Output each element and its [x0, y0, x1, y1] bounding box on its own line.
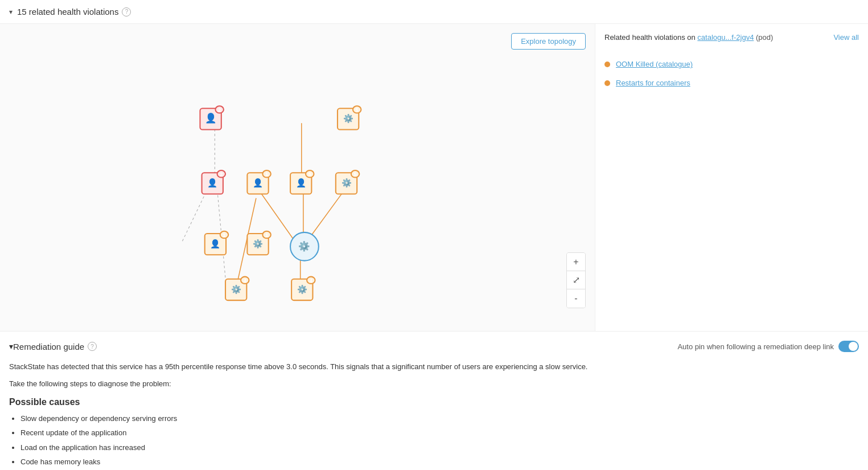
node-red-middle[interactable]: 👤 2 — [202, 170, 225, 194]
node-orange-middle-center[interactable]: 👤 5 — [290, 170, 314, 194]
svg-text:👤: 👤 — [253, 178, 264, 188]
violations-content: Explore topology — [0, 24, 868, 332]
node-orange-left-lower[interactable]: 👤 1 — [205, 231, 228, 255]
cause-item-2: Recent update of the application — [20, 427, 859, 439]
node-orange-bottom-center[interactable]: ⚙️ 4 — [291, 277, 315, 300]
cause-item-1: Slow dependency or dependency serving er… — [20, 413, 859, 424]
auto-pin-label: Auto pin when following a remediation de… — [677, 342, 834, 351]
svg-text:⚙️: ⚙️ — [298, 240, 310, 252]
topology-svg: 👤 2 ⚙️ 5 👤 2 — [0, 24, 595, 331]
page: ▾ 15 related health violations ? Explore… — [0, 0, 868, 470]
violation-link-1[interactable]: OOM Killed (catalogue) — [616, 60, 693, 68]
remediation-header-left: ▾ Remediation guide ? — [9, 342, 97, 352]
svg-text:1: 1 — [265, 232, 268, 238]
entity-link[interactable]: catalogu...f-2jgv4 — [697, 33, 754, 42]
svg-text:👤: 👤 — [205, 112, 217, 124]
remediation-title: Remediation guide — [13, 342, 84, 352]
violations-sidebar: Related health violations on catalogu...… — [595, 24, 868, 331]
cause-item-3: Load on the application has increased — [20, 442, 859, 453]
svg-text:⚙️: ⚙️ — [253, 239, 264, 249]
remediation-header: ▾ Remediation guide ? Auto pin when foll… — [9, 341, 859, 352]
svg-text:4: 4 — [244, 278, 247, 284]
svg-text:1: 1 — [265, 171, 268, 177]
violation-dot-2 — [604, 80, 610, 86]
sidebar-title-prefix: Related health violations on — [604, 33, 696, 42]
remediation-section: ▾ Remediation guide ? Auto pin when foll… — [0, 332, 868, 470]
node-orange-top-right-2[interactable]: ⚙️ 5 — [336, 170, 359, 194]
svg-text:👤: 👤 — [296, 178, 307, 188]
entity-type: (pod) — [756, 33, 773, 42]
section-title: 15 related health violations — [17, 7, 118, 17]
node-orange-middle-lower[interactable]: ⚙️ 1 — [247, 231, 270, 255]
collapse-chevron[interactable]: ▾ — [9, 8, 13, 16]
topology-area: Explore topology — [0, 24, 595, 331]
svg-text:⚙️: ⚙️ — [297, 284, 308, 295]
violation-item-2: Restarts for containers — [604, 76, 859, 89]
remediation-help-icon[interactable]: ? — [88, 342, 97, 351]
zoom-controls: + ⤢ - — [566, 252, 586, 308]
svg-text:2: 2 — [220, 171, 223, 177]
zoom-out-button[interactable]: - — [567, 289, 585, 308]
cause-item-4: Code has memory leaks — [20, 456, 859, 468]
svg-text:👤: 👤 — [207, 178, 218, 188]
causes-list: Slow dependency or dependency serving er… — [9, 413, 859, 468]
svg-text:⚙️: ⚙️ — [342, 178, 352, 188]
svg-text:1: 1 — [223, 232, 225, 238]
remediation-chevron[interactable]: ▾ — [9, 342, 13, 351]
remediation-steps-intro: Take the following steps to diagnose the… — [9, 379, 859, 388]
svg-text:5: 5 — [353, 171, 356, 177]
svg-text:4: 4 — [310, 278, 313, 284]
svg-text:5: 5 — [356, 107, 359, 113]
node-orange-top-right[interactable]: ⚙️ 5 — [338, 106, 361, 129]
zoom-fit-button[interactable]: ⤢ — [567, 271, 585, 289]
node-orange-bottom-left[interactable]: ⚙️ 4 — [225, 277, 249, 300]
auto-pin-toggle[interactable] — [838, 341, 859, 352]
explore-topology-button[interactable]: Explore topology — [511, 33, 586, 50]
remediation-description: StackState has detected that this servic… — [9, 361, 859, 373]
svg-line-1 — [182, 192, 205, 241]
zoom-in-button[interactable]: + — [567, 253, 585, 271]
node-red-top[interactable]: 👤 2 — [200, 106, 223, 129]
violation-link-2[interactable]: Restarts for containers — [616, 79, 690, 87]
svg-text:5: 5 — [308, 171, 311, 177]
view-all-link[interactable]: View all — [833, 33, 859, 42]
node-selected-center[interactable]: ⚙️ — [290, 232, 319, 261]
svg-text:⚙️: ⚙️ — [231, 284, 242, 295]
node-orange-middle-left[interactable]: 👤 1 — [247, 170, 270, 194]
violation-dot-1 — [604, 62, 610, 67]
svg-text:👤: 👤 — [210, 239, 221, 249]
section-header: ▾ 15 related health violations ? — [0, 0, 868, 24]
help-icon[interactable]: ? — [122, 7, 131, 17]
svg-text:⚙️: ⚙️ — [343, 113, 354, 124]
violation-item-1: OOM Killed (catalogue) — [604, 58, 859, 71]
svg-text:2: 2 — [218, 107, 221, 113]
sidebar-title: Related health violations on catalogu...… — [604, 33, 773, 42]
auto-pin-control: Auto pin when following a remediation de… — [677, 341, 859, 352]
possible-causes-title: Possible causes — [9, 397, 859, 407]
